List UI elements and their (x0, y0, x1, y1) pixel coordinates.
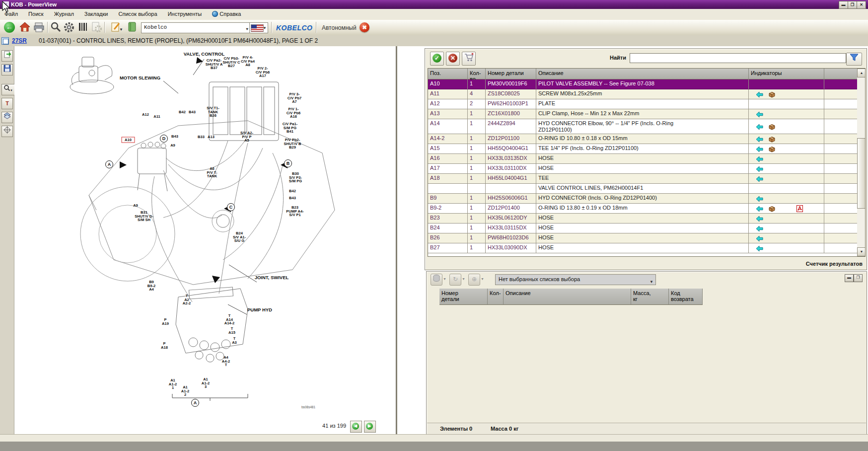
pos-cell[interactable]: A13 (428, 109, 468, 119)
package-icon[interactable] (768, 124, 776, 130)
back-button[interactable]: ← (4, 22, 15, 33)
scrollbar-thumb[interactable] (857, 138, 866, 209)
parts-table-row[interactable]: B231HX35L06120DYHOSE (428, 214, 865, 224)
parts-table-row[interactable]: A171HX33L03110DXHOSE (428, 164, 865, 174)
part-number-cell[interactable]: PW68H01023D6 (486, 233, 536, 243)
picklist-refresh-button[interactable]: ↻ (449, 274, 461, 286)
part-number-cell[interactable] (486, 184, 536, 194)
part-number-cell[interactable]: ZC16X01800 (486, 109, 536, 119)
save-button[interactable] (1, 64, 13, 75)
description-cell[interactable]: CLIP Clamp, Hose -- Min 12 x Max 22mm (536, 109, 749, 119)
part-number-cell[interactable]: HH55Q04004G1 (486, 144, 536, 154)
qty-cell[interactable] (468, 184, 486, 194)
close-button[interactable]: ✕ (857, 1, 866, 9)
column-header-2[interactable]: Кол-во (468, 69, 486, 79)
scroll-down-icon[interactable]: ▼ (857, 247, 866, 256)
part-number-cell[interactable]: 2444Z2894 (486, 119, 536, 134)
picklist-column-header-1[interactable]: Номер детали (439, 289, 488, 305)
qty-cell[interactable]: 1 (468, 79, 486, 89)
qty-cell[interactable]: 1 (468, 119, 486, 134)
confirm-button[interactable]: ✓ (430, 52, 444, 66)
package-icon[interactable] (768, 91, 776, 98)
qty-cell[interactable]: 1 (468, 164, 486, 174)
transfer-arrow-icon[interactable] (756, 136, 763, 143)
pos-cell[interactable]: B27 (428, 243, 468, 253)
parts-table-row[interactable]: A14-21ZD12P01100O-RING ID 10.80 ± 0.18 x… (428, 134, 865, 144)
transfer-arrow-icon[interactable] (756, 166, 763, 172)
pos-cell[interactable]: B9 (428, 194, 468, 204)
description-cell[interactable]: TEE (536, 174, 749, 184)
transfer-arrow-icon[interactable] (756, 124, 763, 130)
description-cell[interactable]: HOSE (536, 243, 749, 253)
print-button[interactable] (33, 21, 45, 33)
column-header-1[interactable]: Поз. (428, 69, 468, 79)
description-cell[interactable]: VALVE CONTROL LINES, PM62H00014F1 (536, 184, 749, 194)
zoom-tool-button[interactable]: ▼ (1, 84, 15, 95)
description-cell[interactable]: HYD CONNECTOR Elbow, 90° -- 1/4" PF (Inc… (536, 119, 749, 134)
qty-cell[interactable]: 1 (468, 214, 486, 224)
transfer-arrow-icon[interactable] (756, 91, 763, 98)
column-header-4[interactable]: Описание (536, 69, 749, 79)
description-cell[interactable]: O-RING ID 13.80 ± 0.19 x OD 18mm (536, 204, 749, 214)
parts-table-row[interactable]: VALVE CONTROL LINES, PM62H00014F1 (428, 184, 865, 194)
parts-table-row[interactable]: B9-21ZD12P01400O-RING ID 13.80 ± 0.19 x … (428, 204, 865, 214)
qty-cell[interactable]: 1 (468, 233, 486, 243)
part-number-cell[interactable]: HX33L03090DX (486, 243, 536, 253)
picklist-add-button[interactable]: ⊕ (468, 274, 480, 286)
parts-table-row[interactable]: A131ZC16X01800CLIP Clamp, Hose -- Min 12… (428, 109, 865, 119)
qty-cell[interactable]: 1 (468, 224, 486, 233)
transfer-arrow-icon[interactable] (756, 216, 763, 222)
qty-cell[interactable]: 1 (468, 204, 486, 214)
parts-table-row[interactable]: A101PM30V00019F6PILOT VALVE ASSEMBLY -- … (428, 79, 865, 89)
part-number-cell[interactable]: HH25S06006G1 (486, 194, 536, 204)
picklist-select[interactable]: Нет выбранных списков выбора ▼ (495, 274, 656, 285)
qty-cell[interactable]: 1 (468, 194, 486, 204)
parts-table-row[interactable]: A114ZS18C08025SCREW M08x1.25x25mm (428, 89, 865, 99)
transfer-arrow-icon[interactable] (756, 226, 763, 232)
description-cell[interactable]: PLATE (536, 99, 749, 109)
qty-cell[interactable]: 1 (468, 154, 486, 164)
description-cell[interactable]: HOSE (536, 214, 749, 224)
pos-cell[interactable]: A12 (428, 99, 468, 109)
prev-page-button[interactable]: ◀ (350, 421, 362, 433)
transfer-arrow-icon[interactable] (756, 111, 763, 118)
pos-cell[interactable]: A15 (428, 144, 468, 154)
menu-journal[interactable]: Журнал (50, 9, 78, 20)
column-header-5[interactable]: Индикаторы (749, 69, 824, 79)
pos-cell[interactable]: A14-2 (428, 134, 468, 144)
picklist-column-header-2[interactable]: Кол- (488, 289, 504, 305)
package-icon[interactable] (768, 206, 776, 212)
qty-cell[interactable]: 4 (468, 89, 486, 99)
menu-help[interactable]: Справка (208, 9, 245, 20)
picklist-db-button[interactable] (431, 274, 442, 286)
parts-table-row[interactable]: B241HX33L03115DXHOSE (428, 224, 865, 233)
parts-table-row[interactable]: A161HX33L03135DXHOSE (428, 154, 865, 164)
menu-picklist[interactable]: Список выбора (114, 9, 162, 20)
qty-cell[interactable]: 1 (468, 243, 486, 253)
export-page-button[interactable] (1, 50, 13, 62)
parts-table-row[interactable]: A1412444Z2894HYD CONNECTOR Elbow, 90° --… (428, 119, 865, 134)
pos-cell[interactable]: B23 (428, 214, 468, 224)
parts-table-row[interactable]: A122PW62H01003P1PLATE (428, 99, 865, 109)
language-select[interactable]: ▼ (249, 22, 268, 33)
part-number-cell[interactable]: ZD12P01100 (486, 134, 536, 144)
pos-cell[interactable]: B9-2 (428, 204, 468, 214)
column-header-3[interactable]: Номер детали (486, 69, 536, 79)
transfer-arrow-icon[interactable] (756, 176, 763, 182)
package-icon[interactable] (768, 146, 776, 152)
parts-table-row[interactable]: A181HH55L04004G1TEE (428, 174, 865, 184)
maximize-button[interactable]: ❐ (848, 1, 857, 9)
part-number-cell[interactable]: HX35L06120DY (486, 214, 536, 224)
model-link[interactable]: 27SR (12, 35, 27, 46)
parts-table-row[interactable]: B271HX33L03090DXHOSE (428, 243, 865, 253)
notebook-button[interactable] (126, 21, 138, 33)
pos-cell[interactable]: A18 (428, 174, 468, 184)
layers-button[interactable] (1, 112, 13, 123)
next-page-button[interactable]: ▶ (364, 421, 376, 433)
qty-cell[interactable]: 2 (468, 99, 486, 109)
brand-select[interactable]: Kobelco ▼ (141, 22, 250, 33)
part-number-cell[interactable]: HX33L03115DX (486, 224, 536, 233)
scroll-up-icon[interactable]: ▲ (857, 69, 866, 77)
picklist-column-header-4[interactable]: Масса, кг (631, 289, 669, 305)
part-number-cell[interactable]: HX33L03110DX (486, 164, 536, 174)
